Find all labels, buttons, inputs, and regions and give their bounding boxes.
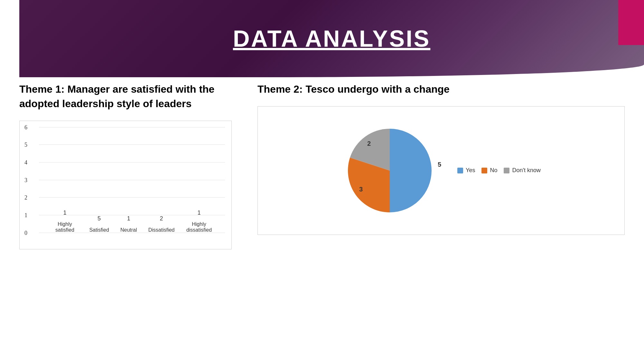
bar-label-neutral: Neutral (120, 227, 137, 233)
bar-value-1: 1 (63, 209, 66, 216)
legend-item-no: No (481, 167, 497, 174)
themes-row: Theme 1: Manager are satisfied with the … (19, 82, 625, 349)
theme2-section: Theme 2: Tesco undergo with a change (257, 82, 625, 349)
pie-chart-svg (341, 122, 438, 219)
bar-label-dissatisfied: Dissatisfied (148, 227, 175, 233)
pie-label-yes: 5 (438, 161, 441, 168)
page-title: DATA ANALYSIS (233, 25, 430, 52)
legend-item-dontknow: Don't know (504, 167, 540, 174)
bar-value-neutral: 1 (127, 215, 130, 222)
main-content: Theme 1: Manager are satisfied with the … (19, 82, 625, 349)
bar-group-highly-satisfied: 1 Highly satisfied (50, 209, 79, 233)
bar-group-neutral: 1 Neutral (119, 215, 138, 233)
bar-label-highly-satisfied: Highly satisfied (50, 221, 79, 233)
bar-value-dissatisfied: 2 (160, 215, 163, 222)
bar-chart-container: 6 5 4 3 2 1 (19, 121, 232, 249)
pie-legend: Yes No Don't know (457, 167, 541, 174)
legend-color-dontknow (504, 168, 509, 173)
legend-color-no (481, 168, 487, 173)
legend-label-dontknow: Don't know (512, 167, 540, 174)
y-label-5: 5 (24, 142, 27, 148)
pie-wrapper: 5 3 2 (341, 122, 438, 219)
bar-value-5: 5 (98, 215, 101, 222)
pie-and-legend: 5 3 2 Yes No (341, 122, 541, 219)
y-label-0: 0 (24, 229, 27, 236)
pie-label-no: 3 (359, 186, 363, 193)
legend-item-yes: Yes (457, 167, 475, 174)
bar-group-dissatisfied: 2 Dissatisfied (148, 215, 175, 233)
theme1-title: Theme 1: Manager are satisfied with the … (19, 82, 245, 111)
theme2-title: Theme 2: Tesco undergo with a change (257, 82, 625, 97)
y-label-1: 1 (24, 212, 27, 218)
bars-area: 1 Highly satisfied 5 Satisfied 1 (39, 127, 225, 233)
bar-value-highly-dissatisfied: 1 (197, 209, 201, 216)
bar-group-satisfied: 5 Satisfied (89, 215, 109, 233)
y-label-3: 3 (24, 177, 27, 183)
y-label-2: 2 (24, 194, 27, 201)
pie-label-dontknow: 2 (367, 140, 371, 147)
y-label-4: 4 (24, 159, 27, 166)
chart-grid: 6 5 4 3 2 1 (39, 127, 225, 233)
pink-tab-decoration (618, 0, 644, 45)
pie-segment-yes (390, 129, 432, 212)
y-label-6: 6 (24, 124, 27, 131)
pie-chart-container: 5 3 2 Yes No (257, 106, 625, 235)
legend-color-yes (457, 168, 463, 173)
bar-label-highly-dissatisfied: Highly dissatisfied (184, 221, 213, 233)
legend-label-no: No (490, 167, 497, 174)
bar-label-satisfied: Satisfied (89, 227, 109, 233)
legend-label-yes: Yes (466, 167, 475, 174)
bar-group-highly-dissatisfied: 1 Highly dissatisfied (184, 209, 213, 233)
header-banner: DATA ANALYSIS (19, 0, 644, 77)
theme1-section: Theme 1: Manager are satisfied with the … (19, 82, 245, 349)
